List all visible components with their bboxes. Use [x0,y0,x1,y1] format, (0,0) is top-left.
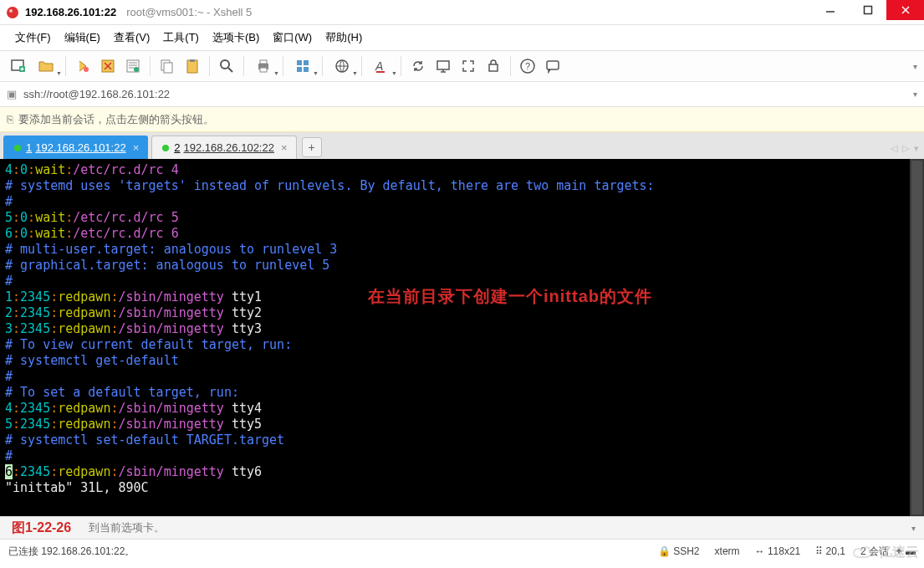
status-term: xterm [715,545,740,557]
toolbar-separator [322,56,323,76]
terminal-line: # multi-user.target: analogous to runlev… [5,242,919,258]
terminal-line: # [5,369,919,385]
menubar: 文件(F)编辑(E)查看(V)工具(T)选项卡(B)窗口(W)帮助(H) [0,25,924,50]
fullscreen-icon[interactable] [457,54,480,78]
toolbar-separator [283,56,283,76]
search-icon[interactable] [215,54,238,78]
status-dot-icon [162,145,169,151]
toolbar-separator [510,56,511,76]
menu-item-1[interactable]: 编辑(E) [58,27,107,49]
open-icon[interactable]: ▼ [32,54,60,78]
address-dropdown-icon[interactable]: ▾ [913,90,917,99]
reconnect-icon[interactable] [71,54,94,78]
svg-rect-27 [547,61,559,69]
menu-item-0[interactable]: 文件(F) [8,27,58,49]
figure-label: 图1-22-26 [12,519,71,537]
session-tab-0[interactable]: 1192.168.26.101:22× [3,136,148,159]
toolbar-separator [361,56,362,76]
terminal-line: 5:0:wait:/etc/rc.d/rc 5 [5,210,919,226]
svg-rect-19 [297,67,302,72]
paste-icon[interactable] [181,54,204,78]
address-text[interactable]: ssh://root@192.168.26.101:22 [23,88,170,100]
sync-icon[interactable] [406,54,430,78]
toolbar-separator [209,56,210,76]
hint-text: 要添加当前会话，点击左侧的箭头按钮。 [18,112,214,127]
toolbar-separator [65,56,66,76]
minimize-button[interactable] [811,0,849,20]
maximize-button[interactable] [849,0,886,20]
status-ssh: SSH2 [673,545,699,557]
svg-rect-11 [187,60,197,73]
layout-icon[interactable]: ▼ [288,54,317,78]
print-icon[interactable]: ▼ [249,54,278,78]
tab-label: 192.168.26.102:22 [184,141,274,154]
terminal-line: # systemd uses 'targets' instead of runl… [5,178,919,194]
svg-point-13 [221,60,229,69]
toolbar-separator [150,56,151,76]
key-icon[interactable] [482,54,505,78]
watermark: 亿速云 [852,544,919,561]
svg-point-5 [84,67,89,72]
globe-icon[interactable]: ▼ [328,54,356,78]
tab-menu-icon[interactable]: ▾ [914,143,919,154]
tab-nav: ◁ ▷ ▾ [891,143,919,154]
menu-item-3[interactable]: 工具(T) [156,27,206,49]
window-controls [811,0,924,20]
app-icon [5,5,20,20]
svg-point-1 [9,9,13,13]
new-session-icon[interactable] [7,54,30,78]
svg-rect-17 [297,60,302,65]
chat-icon[interactable] [541,54,564,78]
session-tab-1[interactable]: 2192.168.26.102:22× [151,136,296,159]
terminal-line: 6:2345:redpawn:/sbin/mingetty tty6 [5,464,919,480]
status-dot-icon [14,145,21,151]
tab-close-icon[interactable]: × [133,141,140,154]
lock-screen-icon[interactable] [431,54,455,78]
tab-bar: 1192.168.26.101:22×2192.168.26.102:22×+ … [0,132,924,159]
terminal-line: # To set a default target, run: [5,385,919,401]
hint-bar: ⎘ 要添加当前会话，点击左侧的箭头按钮。 [0,107,924,132]
svg-rect-10 [164,63,172,73]
tab-prev-icon[interactable]: ◁ [891,143,897,154]
annotation-overlay: 在当前目录下创建一个inittab的文件 [368,289,652,304]
menu-item-4[interactable]: 选项卡(B) [206,27,266,49]
menu-item-5[interactable]: 窗口(W) [266,27,319,49]
window-subtitle: root@vms001:~ - Xshell 5 [126,6,252,18]
svg-point-0 [7,7,18,18]
tab-close-icon[interactable]: × [281,141,288,154]
titlebar: 192.168.26.101:22 root@vms001:~ - Xshell… [0,0,924,25]
toolbar-separator [243,56,244,76]
status-size: ↔ 118x21 [755,545,801,557]
help-icon[interactable]: ? [516,54,539,78]
tab-next-icon[interactable]: ▷ [902,143,909,154]
toolbar-overflow-icon[interactable]: ▾ [913,62,917,71]
terminal-line: # graphical.target: analogous to runleve… [5,258,919,274]
terminal-line: 4:2345:redpawn:/sbin/mingetty tty4 [5,401,919,417]
menu-item-6[interactable]: 帮助(H) [319,27,369,49]
status-bar: 已连接 192.168.26.101:22。 🔒 SSH2 xterm ↔ 11… [0,540,924,563]
terminal-scrollbar[interactable] [910,159,924,516]
terminal-line: 6:0:wait:/etc/rc.d/rc 6 [5,226,919,242]
hint-arrow-icon[interactable]: ⎘ [7,113,13,125]
add-tab-button[interactable]: + [302,137,322,157]
toolbar-separator [401,56,401,76]
disconnect-icon[interactable] [96,54,120,78]
toolbar: ▼▼▼▼A▼? ▾ [0,50,924,82]
tab-label: 192.168.26.101:22 [35,141,125,154]
svg-rect-23 [437,61,449,69]
properties-icon[interactable] [121,54,145,78]
terminal-line: 3:2345:redpawn:/sbin/mingetty tty3 [5,321,919,337]
svg-point-8 [134,67,139,72]
terminal-line: 4:0:wait:/etc/rc.d/rc 4 [5,162,919,178]
terminal[interactable]: 4:0:wait:/etc/rc.d/rc 4# systemd uses 't… [0,159,924,516]
footer-hint-text: 到当前选项卡。 [89,520,165,535]
terminal-line: # systemctl set-default TARGET.target [5,432,919,448]
footer-dropdown-icon[interactable]: ▾ [911,524,916,533]
close-button[interactable] [886,0,924,20]
status-lock-icon: 🔒 SSH2 [658,545,700,557]
font-icon[interactable]: A▼ [367,54,396,78]
svg-rect-2 [864,7,871,14]
svg-rect-16 [260,68,267,72]
copy-icon[interactable] [156,54,179,78]
menu-item-2[interactable]: 查看(V) [107,27,156,49]
